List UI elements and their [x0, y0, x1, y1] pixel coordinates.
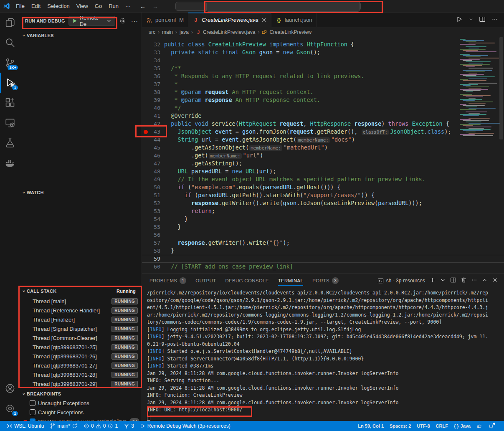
debug-bolt[interactable] — [339, 2, 357, 11]
call-stack-thread[interactable]: Thread [qtp399683701-28]RUNNING — [20, 370, 142, 379]
encoding[interactable]: UTF-8 — [414, 421, 432, 431]
editor-gutter[interactable]: 46 — [142, 152, 160, 159]
code-line-text[interactable]: public class CreateLinkPreview implement… — [164, 41, 354, 48]
start-debug-icon[interactable] — [72, 18, 78, 24]
code-line-text[interactable]: return; — [164, 207, 215, 215]
editor-gutter[interactable]: 38 — [142, 89, 160, 95]
menu-view[interactable]: View — [73, 2, 91, 10]
activity-account[interactable] — [0, 378, 20, 398]
code-line-text[interactable]: .getAsString(); — [164, 160, 242, 167]
code-line-text[interactable]: * @param request An HTTP request context… — [164, 88, 314, 96]
indentation[interactable]: Spaces: 2 — [387, 421, 413, 431]
editor-gutter[interactable]: 55 — [142, 224, 160, 230]
activity-source-control[interactable]: 1K+ — [0, 53, 20, 73]
menu-edit[interactable]: Edit — [28, 2, 44, 10]
terminal-plus-button[interactable] — [429, 277, 436, 284]
code-line-text[interactable]: } — [164, 247, 174, 255]
editor-gutter[interactable]: 40 — [142, 105, 160, 111]
split-editor-button[interactable] — [479, 16, 486, 24]
code-line-text[interactable]: // [START add_ons_case_preview_link] — [164, 263, 293, 271]
go-back-icon[interactable]: ← — [140, 3, 146, 10]
menu-overflow[interactable]: ··· — [122, 2, 134, 10]
tab-launch-json[interactable]: {}launch.json — [271, 13, 317, 27]
remote-indicator[interactable]: WSL: Ubuntu — [4, 421, 46, 431]
breakpoint-checkbox[interactable] — [30, 418, 35, 421]
terminal-chevron-down-button[interactable] — [440, 277, 446, 284]
layout-sidebar-left-button[interactable] — [398, 0, 411, 12]
call-stack-thread[interactable]: Thread [qtp399683701-29]RUNNING — [20, 379, 142, 388]
editor-gutter[interactable]: 42 — [142, 121, 160, 127]
code-line-text[interactable]: } — [164, 215, 188, 223]
editor-gutter[interactable]: 41 — [142, 113, 160, 119]
code-line-text[interactable]: @Override — [164, 112, 201, 120]
editor-gutter[interactable]: 39 — [142, 97, 160, 103]
debug-step-out[interactable] — [275, 2, 294, 11]
panel-tab-output[interactable]: OUTPUT — [195, 274, 216, 288]
debug-config-dropdown[interactable]: Remote De — [68, 16, 115, 26]
call-stack-thread[interactable]: Thread [qtp399683701-26]RUNNING — [20, 352, 142, 361]
editor-gutter[interactable]: 44 — [142, 137, 160, 143]
call-stack-thread[interactable]: Thread [qtp399683701-25]RUNNING — [20, 342, 142, 352]
breadcrumb[interactable]: src›main›java›JCreateLinkPreview.java›Cr… — [142, 27, 504, 37]
editor-gutter[interactable]: 32 — [142, 41, 160, 48]
debug-session[interactable]: Remote Debug Watch (3p-resources) — [137, 421, 233, 431]
maximize-button[interactable] — [469, 0, 486, 12]
terminal-chevron-up-button[interactable] — [481, 277, 488, 284]
code-line-text[interactable]: JsonObject event = gson.fromJson(request… — [164, 128, 451, 136]
editor-gutter[interactable]: 50 — [142, 184, 160, 190]
notifications[interactable] — [486, 421, 496, 431]
call-stack-thread[interactable]: Thread [Reference Handler]RUNNING — [20, 306, 142, 315]
debug-restart[interactable] — [294, 2, 312, 11]
editor-gutter[interactable]: 48 — [142, 168, 160, 175]
code-line-text[interactable]: .get(memberName:"url") — [164, 152, 263, 160]
editor-gutter[interactable]: 52 — [142, 200, 160, 206]
editor-gutter[interactable]: 34 — [142, 57, 160, 63]
editor-gutter[interactable]: 54 — [142, 216, 160, 222]
code-line-text[interactable]: // If the event object URL matches a spe… — [164, 175, 425, 183]
terminal-trash-button[interactable] — [461, 277, 467, 284]
editor-gutter[interactable]: 53 — [142, 208, 160, 214]
terminal-output[interactable]: /pierrick/.m2/repository/io/cloudevents/… — [142, 288, 504, 421]
breakpoints-section-header[interactable]: ˅ BREAKPOINTS — [20, 389, 142, 398]
editor-gutter[interactable]: 56 — [142, 232, 160, 238]
debug-step-over[interactable] — [238, 2, 257, 11]
debug-chevron-down[interactable] — [330, 2, 339, 11]
cursor-position[interactable]: Ln 59, Col 1 — [355, 421, 386, 431]
menu-file[interactable]: File — [13, 2, 28, 10]
close-window-button[interactable] — [486, 0, 504, 12]
debug-disconnect[interactable] — [312, 2, 330, 11]
editor-gutter[interactable]: 35 — [142, 65, 160, 71]
language-mode[interactable]: { }Java — [451, 421, 473, 431]
terminal-session[interactable]: sh - 3p-resources — [377, 278, 425, 284]
editor-gutter[interactable]: 33 — [142, 49, 160, 56]
ports-status[interactable]: 3 — [121, 421, 137, 431]
panel-tab-ports[interactable]: PORTS3 — [312, 274, 339, 288]
editor-gutter[interactable]: 47 — [142, 160, 160, 167]
activity-docker[interactable] — [0, 153, 20, 173]
editor-gutter[interactable]: 37 — [142, 81, 160, 87]
code-line-text[interactable]: response.getWriter().write(gson.toJson(c… — [164, 199, 422, 207]
call-stack-thread[interactable]: Thread [Signal Dispatcher]RUNNING — [20, 324, 142, 333]
git-branch[interactable]: main* — [47, 421, 80, 431]
layout-panel-button[interactable] — [411, 0, 425, 12]
code-line-text[interactable]: public void service(HttpRequest request,… — [164, 120, 449, 128]
menu-run[interactable]: Run — [105, 2, 122, 10]
code-line-text[interactable]: */ — [164, 104, 181, 112]
breadcrumb-item[interactable]: java — [180, 29, 189, 35]
activity-extensions[interactable] — [0, 93, 20, 113]
code-line-text[interactable]: URL parsedURL = new URL(url); — [164, 167, 276, 175]
run-file-button[interactable] — [456, 16, 463, 24]
breadcrumb-item[interactable]: main — [162, 29, 173, 35]
breadcrumb-item[interactable]: CreateLinkPreview — [262, 29, 312, 35]
code-line-text[interactable]: } — [164, 223, 181, 231]
code-line-text[interactable]: * Responds to any HTTP request related t… — [164, 72, 365, 80]
go-forward-icon[interactable]: → — [152, 3, 158, 10]
code-line-text[interactable]: if ("example.com".equals(parsedURL.getHo… — [164, 183, 341, 191]
call-stack-thread[interactable]: Thread [qtp399683701-27]RUNNING — [20, 361, 142, 370]
layout-customize-button[interactable] — [438, 0, 451, 12]
activity-remote-explorer[interactable] — [0, 113, 20, 133]
run-dropdown[interactable] — [469, 17, 473, 23]
problems-status[interactable]: 001 — [81, 421, 120, 431]
breakpoint-checkbox[interactable] — [30, 400, 35, 406]
breakpoint-item[interactable]: Uncaught Exceptions — [20, 398, 142, 408]
